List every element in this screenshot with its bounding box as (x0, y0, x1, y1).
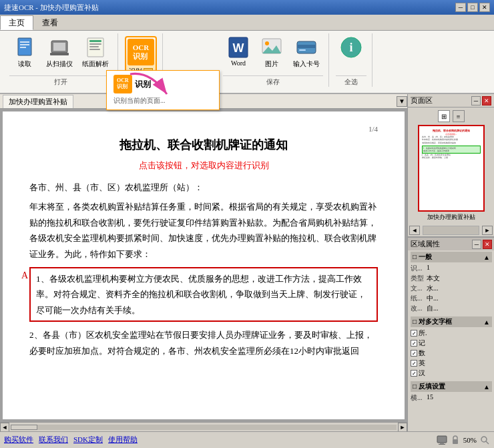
ocr-tooltip: OCR识别 识别 识别当前的页面... (106, 70, 220, 110)
props-row-type: 类型 本文 (411, 274, 492, 283)
doc-tab-scroll[interactable]: ▼ (397, 96, 407, 107)
selected-text-container: A 1、各级农机监理机构要树立方便农民、优质服务的思想，改进工作方法，提高工作效… (29, 267, 378, 322)
card-label: 输入卡号 (293, 59, 320, 69)
cb-han[interactable]: ✓ (411, 370, 417, 377)
props-settings-section: □ 反填设置 ▲ 横... 15 (408, 380, 494, 405)
panel-minimize-btn[interactable]: ─ (471, 96, 481, 105)
ocr-icon: OCR识别 (128, 39, 154, 65)
thumb-content: 点击该按钮... 各市、州、县（市、区）农机监理所 年末将至，各类农机购置补贴结… (422, 133, 481, 160)
ribbon-tabs: 主页 查看 (0, 15, 494, 31)
info-label (350, 59, 352, 67)
props-cb-shu: ✓ 数 (411, 349, 492, 358)
props-general-title: □ 一般 ▲ (411, 252, 492, 262)
parse-label: 纸面解析 (82, 59, 109, 69)
para-salutation: 各市、州、县（市、区）农机监理所（站）： (29, 180, 378, 195)
cb-ji[interactable]: ✓ (411, 340, 417, 347)
tab-main[interactable]: 主页 (0, 15, 33, 30)
ribbon-group-save: W Word 图片 (218, 33, 329, 87)
image-label: 图片 (265, 59, 278, 69)
info-icon: i (339, 35, 363, 59)
parse-button[interactable]: 纸面解析 (79, 33, 112, 71)
card-input-button[interactable]: 输入卡号 (290, 33, 323, 71)
props-row-paper: 纸... 中... (411, 294, 492, 303)
lock-icon (450, 435, 461, 445)
thumb-list-view[interactable]: ≡ (453, 110, 465, 122)
svg-text:W: W (233, 41, 244, 55)
selectall-buttons: i (336, 33, 366, 74)
info-button[interactable]: i (336, 33, 366, 69)
doc-tab[interactable]: 加快办理购置补贴 (3, 95, 73, 108)
status-bar: 购买软件 联系我们 SDK定制 使用帮助 50% (0, 431, 494, 447)
doc-body: 各市、州、县（市、区）农机监理所（站）： 年末将至，各类农机购置补贴结算任务重，… (29, 180, 378, 359)
page-panel-title: 页面区 (411, 95, 433, 105)
page-number: 1/4 (29, 125, 378, 133)
cb-suo[interactable]: ✓ (411, 330, 417, 337)
thumb-grid-view[interactable]: ⊞ (438, 110, 450, 122)
scroll-left-btn[interactable]: ◄ (0, 423, 9, 432)
selection-anchor: A (21, 267, 28, 284)
window-controls: ─ □ ✕ (455, 3, 490, 12)
props-close-btn[interactable]: ✕ (483, 240, 492, 249)
page-thumbnail[interactable]: 拖拉机、联合收割机牌证的通知 点击该按钮... 各市、州、县（市、区）农机监理所… (418, 125, 485, 212)
thumb-scroll-right[interactable]: ► (482, 226, 493, 235)
scroll-right-btn[interactable]: ► (398, 423, 407, 432)
thumb-scroll-left[interactable]: ◄ (409, 226, 420, 235)
svg-rect-18 (297, 45, 316, 48)
main-area: 加快办理购置补贴 ▼ 1/4 拖拉机、联合收割机牌证的通知 点击该按钮，对选取内… (0, 94, 494, 431)
title-bar: 捷速OCR - 加快办理购置补贴 ─ □ ✕ (0, 0, 494, 15)
scroll-track (11, 425, 397, 430)
zoom-value: 50% (463, 436, 477, 444)
page-panel-content: ⊞ ≡ 拖拉机、联合收割机牌证的通知 点击该按钮... 各市、州、县（市、区）农… (408, 107, 494, 224)
props-minimize-btn[interactable]: ─ (472, 240, 481, 249)
status-zoom-area: 50% (437, 435, 490, 445)
tooltip-desc: 识别当前的页面... (113, 96, 212, 105)
doc-inner: 1/4 拖拉机、联合收割机牌证的通知 点击该按钮，对选取内容进行识别 各市、州、… (3, 111, 405, 372)
contact-link[interactable]: 联系我们 (39, 435, 68, 445)
buy-link[interactable]: 购买软件 (4, 435, 33, 445)
panel-close-btn[interactable]: ✕ (482, 96, 491, 105)
props-cb-han: ✓ 汉 (411, 369, 492, 378)
read-button[interactable]: 读取 (9, 33, 40, 71)
word-button[interactable]: W Word (223, 33, 254, 69)
svg-rect-26 (453, 439, 458, 444)
word-icon: W (226, 35, 250, 59)
thumbnail-scroll: ◄ ► (408, 224, 494, 236)
page-panel-controls: ─ ✕ (471, 96, 491, 105)
props-header: 区域属性 ─ ✕ (408, 238, 494, 250)
ribbon-group-open: 读取 从扫描仪 (4, 33, 118, 87)
props-row-width: 横... 15 (411, 393, 492, 403)
computer-icon (437, 435, 447, 445)
svg-rect-9 (89, 43, 101, 45)
para-intro: 年末将至，各类农机购置补贴结算任务重，时间紧。根据省局的有关规定，享受农机购置补… (29, 199, 378, 262)
props-general-section: □ 一般 ▲ 识... 1 类型 本文 文... 水... 纸... 中.. (408, 250, 494, 315)
ribbon-group-recognize: OCR识别 识别 ▼ OCR识别 识别 识别当前的页面... 识别 (119, 33, 163, 91)
svg-rect-5 (53, 43, 65, 51)
save-group-label: 保存 (223, 75, 323, 87)
window-title: 捷速OCR - 加快办理购置补贴 (4, 3, 99, 13)
sdk-link[interactable]: SDK定制 (73, 435, 103, 445)
close-button[interactable]: ✕ (479, 3, 490, 12)
image-button[interactable]: 图片 (256, 33, 287, 71)
maximize-button[interactable]: □ (467, 3, 478, 12)
cb-shu[interactable]: ✓ (411, 350, 417, 357)
ribbon-group-selectall: i 全选 (330, 33, 373, 87)
parse-icon (83, 35, 107, 59)
thumbnail-nav: ⊞ ≡ (438, 110, 465, 122)
svg-line-28 (486, 441, 489, 444)
svg-point-27 (481, 437, 487, 442)
cb-ying[interactable]: ✓ (411, 360, 417, 367)
document-area: 加快办理购置补贴 ▼ 1/4 拖拉机、联合收割机牌证的通知 点击该按钮，对选取内… (0, 94, 407, 431)
thumbnail-label: 加快办理购置补贴 (427, 213, 475, 222)
minimize-button[interactable]: ─ (455, 3, 466, 12)
tab-view[interactable]: 查看 (33, 15, 67, 30)
scroll-thumb[interactable] (11, 425, 37, 430)
save-buttons: W Word 图片 (223, 33, 323, 74)
properties-panel: 区域属性 ─ ✕ □ 一般 ▲ 识... 1 类型 本文 (408, 237, 494, 405)
props-title: 区域属性 (411, 239, 440, 249)
para-selected[interactable]: 1、各级农机监理机构要树立方便农民、优质服务的思想，改进工作方法，提高工作效率。… (36, 271, 371, 318)
scan-button[interactable]: 从扫描仪 (43, 33, 76, 71)
props-row-id: 识... 1 (411, 264, 492, 273)
zoom-icon (479, 435, 490, 445)
help-link[interactable]: 使用帮助 (108, 435, 138, 445)
svg-rect-10 (89, 46, 99, 47)
